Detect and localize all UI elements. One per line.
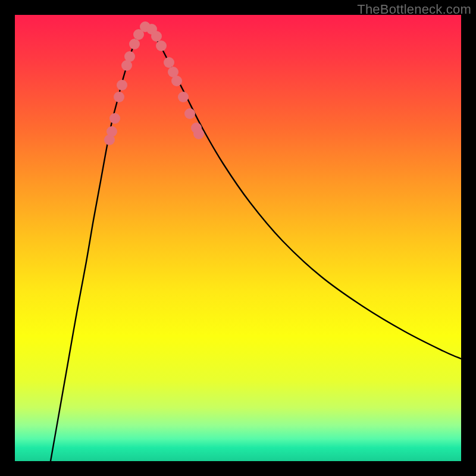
chart-svg: [15, 15, 461, 461]
data-point: [193, 129, 204, 139]
watermark-text: TheBottleneck.com: [357, 2, 471, 17]
data-point: [171, 76, 182, 86]
data-point: [109, 113, 120, 124]
data-point: [129, 39, 140, 49]
plot-area: [15, 15, 461, 461]
data-point: [114, 92, 124, 102]
data-point: [117, 80, 127, 90]
data-point: [151, 31, 162, 42]
data-point: [184, 108, 195, 119]
data-points: [104, 21, 204, 145]
data-point: [156, 40, 167, 51]
data-point: [178, 92, 189, 102]
data-point: [164, 57, 174, 68]
data-point: [124, 51, 135, 62]
curve-right: [145, 27, 461, 359]
curve-left: [51, 27, 145, 461]
data-point: [107, 126, 117, 137]
